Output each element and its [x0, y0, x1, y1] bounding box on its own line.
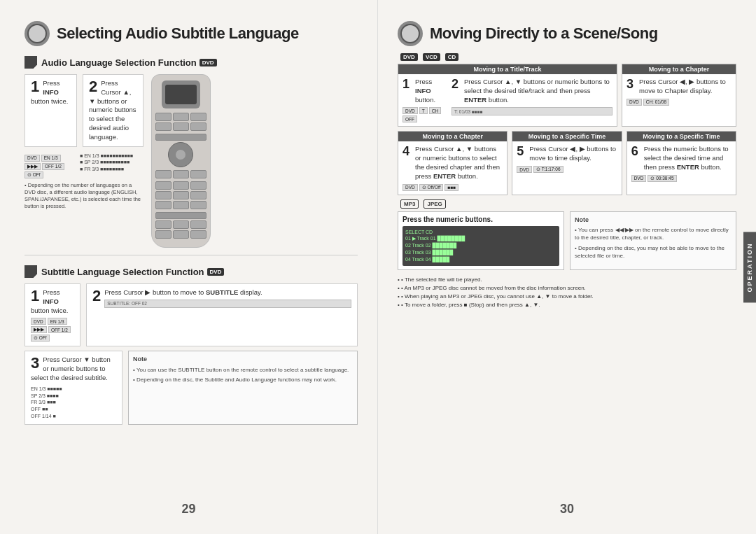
- subtitle-step1-box: 1 Press INFO button twice. DVD EN 1/3 ▶▶…: [24, 283, 80, 346]
- ts-dvd: DVD: [402, 107, 418, 114]
- bullet-4: • To move a folder, press ■ (Stop) and t…: [398, 301, 736, 309]
- function-icon-subtitle: [24, 265, 37, 278]
- remote-btn-2: [173, 113, 189, 121]
- subtitle-step1-status: DVD EN 1/3 ▶▶▶ OFF 1/2 ⊙ OFf: [31, 318, 74, 342]
- bottom-boxes-row: Moving to a Chapter 4 Press Cursor ▲, ▼ …: [398, 131, 736, 195]
- top-boxes-row: Moving to a Title/Track 1 Press INFO but…: [398, 64, 736, 127]
- title-step1-area: 1 Press INFO button. DVD T CH OFF: [402, 78, 448, 122]
- section-divider: [24, 255, 358, 255]
- specific-time2-step6-inline: 6 Press the numeric buttons to select th…: [631, 145, 732, 171]
- sub-status-dvd: DVD: [31, 318, 46, 325]
- st1-t: ⊙ T:1:17:06: [533, 166, 563, 173]
- ct-dvd: DVD: [626, 99, 642, 106]
- remote-dpad: [168, 142, 193, 167]
- subtitle-step2-number: 2: [92, 288, 101, 304]
- ts-off: OFF: [402, 115, 417, 122]
- mp3-left-box: Press the numeric buttons. SELECT CD 01 …: [398, 211, 564, 270]
- mp3-screen-line4: 03 Track 03 ██████: [405, 249, 556, 256]
- mp3-badges-row: MP3 JPEG: [398, 199, 736, 209]
- remote-num-5: [173, 191, 189, 199]
- left-page-title: Selecting Audio Subtitle Language: [57, 24, 299, 43]
- chapter-step3-text: Press Cursor ◀, ▶ buttons to move to Cha…: [639, 78, 732, 96]
- bottom-bullets: • The selected file will be played. • An…: [398, 276, 736, 309]
- subtitle-step-1-2-area: 1 Press INFO button twice. DVD EN 1/3 ▶▶…: [24, 283, 358, 346]
- specific-time1-status: DVD ⊙ T:1:17:06: [517, 166, 617, 173]
- subtitle-list: EN 1/3 ■■■■■ SP 2/3 ■■■■ FR 3/3 ■■■ OFF …: [31, 386, 116, 420]
- remote-btn-3: [190, 113, 206, 121]
- title-step2-inline: 2 Press Cursor ▲, ▼ buttons or numeric b…: [451, 78, 612, 104]
- function-icon-audio: [24, 56, 37, 69]
- remote-btn-4: [155, 122, 172, 131]
- bullet-2: • An MP3 or JPEG disc cannot be moved fr…: [398, 284, 736, 293]
- title-step2-num: 2: [451, 78, 461, 90]
- title-track-header: Moving to a Title/Track: [398, 64, 617, 74]
- subtitle-step2-text: Press Cursor ▶ button to move to SUBTITL…: [92, 288, 351, 297]
- right-badges-row: DVD VCD CD: [398, 53, 736, 61]
- status-dvd: DVD: [24, 155, 40, 162]
- chapter-step4-text: Press Cursor ▲, ▼ buttons or numeric but…: [415, 145, 503, 181]
- specific-time2-step6-text: Press the numeric buttons to select the …: [644, 145, 732, 171]
- remote-num-2: [173, 181, 189, 190]
- audio-badge: DVD: [200, 59, 217, 66]
- right-page: OPERATION Moving Directly to a Scene/Son…: [378, 0, 756, 534]
- subtitle-note-line2: • Depending on the disc, the Subtitle an…: [133, 376, 353, 384]
- remote-btn-m2: [173, 170, 189, 178]
- left-page: Selecting Audio Subtitle Language Audio …: [0, 0, 378, 534]
- st1-dvd: DVD: [517, 166, 532, 173]
- cb-time: ⊙ Off/Off: [419, 184, 444, 191]
- remote-btn-m1: [155, 170, 172, 178]
- audio-step-1-2-row: 1 Press INFO button twice. 2 Press Curso…: [24, 74, 144, 147]
- mp3-screen-line5: 04 Track 04 █████: [405, 256, 556, 263]
- specific-time-box2: Moving to a Specific Time 6 Press the nu…: [626, 131, 736, 195]
- chapter-top-status: DVD CH: 01/08: [626, 99, 732, 106]
- specific-time1-step5-inline: 5 Press Cursor ◀, ▶ buttons to move to t…: [517, 145, 617, 163]
- chapter-box-top: Moving to a Chapter 3 Press Cursor ◀, ▶ …: [622, 64, 736, 127]
- subtitle-note-title: Note: [133, 355, 353, 364]
- title-step2-area: 2 Press Cursor ▲, ▼ buttons or numeric b…: [451, 78, 612, 122]
- audio-status-area: DVD EN 1/3 ▶▶▶ OFF 1/2 ⊙ OFf ■ EN 1/3 ■■…: [24, 153, 144, 178]
- badge-dvd: DVD: [400, 53, 418, 61]
- chapter-step3-inline: 3 Press Cursor ◀, ▶ buttons to move to C…: [626, 78, 732, 96]
- title-step2-screen: T: 01/03 ■■■■: [451, 107, 612, 115]
- chapter-status: DVD ⊙ Off/Off ■■■: [402, 184, 503, 191]
- subtitle-screen: SUBTITLE: OFF 02: [104, 300, 351, 308]
- audio-function-header: Audio Language Selection Function DVD: [24, 56, 358, 69]
- remote-bot-2: [173, 220, 189, 229]
- subtitle-step3-note-area: 3 Press Cursor ▼ button or numeric butto…: [24, 351, 358, 424]
- subtitle-step3-text: Press Cursor ▼ button or numeric buttons…: [31, 356, 116, 382]
- audio-steps-row: 1 Press INFO button twice. 2 Press Curso…: [24, 74, 358, 248]
- status-off1: OFF 1/2: [42, 163, 64, 170]
- sub-status-off: OFF 1/2: [48, 326, 71, 333]
- remote-bot-1: [155, 220, 172, 229]
- mp3-screen-line3: 02 Track 02 ███████: [405, 242, 556, 249]
- subtitle-step2-box: 2 Press Cursor ▶ button to move to SUBTI…: [86, 283, 358, 346]
- chapter-step4-inline: 4 Press Cursor ▲, ▼ buttons or numeric b…: [402, 145, 503, 181]
- remote-body: [151, 74, 211, 248]
- operation-tab: OPERATION: [743, 232, 756, 302]
- badge-jpeg: JPEG: [424, 199, 445, 209]
- remote-screen: [165, 85, 197, 104]
- subtitle-language-section: Subtitle Language Selection Function DVD…: [24, 265, 358, 425]
- specific-time1-step5-text: Press Cursor ◀, ▶ buttons to move to tim…: [529, 145, 617, 163]
- mp3-section: Press the numeric buttons. SELECT CD 01 …: [398, 211, 736, 270]
- subtitle-function-title: Subtitle Language Selection Function: [41, 267, 204, 277]
- left-section-icon: [24, 21, 50, 46]
- mp3-press-text: Press the numeric buttons.: [402, 216, 559, 223]
- subtitle-note-box: Note • You can use the SUBTITLE button o…: [128, 351, 358, 424]
- mp3-screen-line1: SELECT CD: [405, 229, 556, 236]
- audio-step2-box: 2 Press Cursor ▲, ▼ buttons or numeric b…: [83, 74, 144, 147]
- title-track-steps: 1 Press INFO button. DVD T CH OFF 2: [402, 78, 612, 122]
- chapter-box: Moving to a Chapter 4 Press Cursor ▲, ▼ …: [398, 131, 507, 195]
- subtitle-note-line1: • You can use the SUBTITLE button on the…: [133, 366, 353, 374]
- cb-t: ■■■: [444, 184, 458, 191]
- mp3-screen-line2: 01 ▶ Track 01 ████████: [405, 235, 556, 242]
- audio-step2-number: 2: [89, 79, 97, 94]
- chapter-step3-num: 3: [626, 78, 636, 90]
- bullet-3: • When playing an MP3 or JPEG disc, you …: [398, 293, 736, 301]
- status-ppp: ▶▶▶: [24, 163, 41, 170]
- status-off2: ⊙ OFf: [24, 171, 43, 178]
- remote-bot-4: [155, 230, 172, 239]
- left-section-header: Selecting Audio Subtitle Language: [24, 21, 358, 46]
- remote-mid-buttons: [155, 170, 206, 178]
- audio-step1-box: 1 Press INFO button twice.: [24, 74, 77, 147]
